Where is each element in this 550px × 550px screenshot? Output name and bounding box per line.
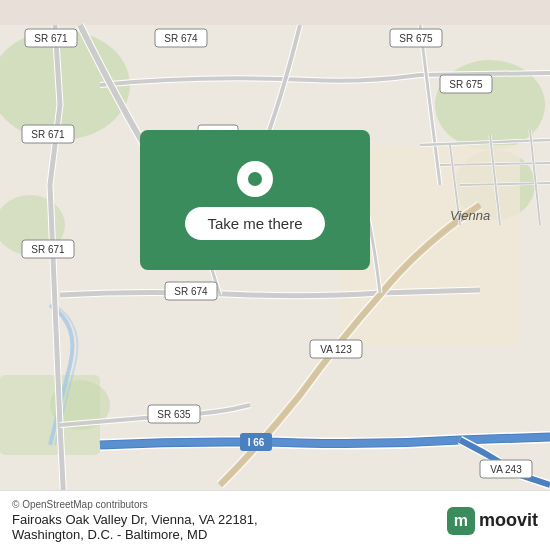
location-pin-icon [237, 161, 273, 197]
osm-credit-text: © OpenStreetMap contributors [12, 499, 148, 510]
svg-text:SR 635: SR 635 [157, 409, 191, 420]
svg-text:VA 123: VA 123 [320, 344, 352, 355]
address-section: © OpenStreetMap contributors Fairoaks Oa… [12, 499, 258, 542]
map-container: SR 671 SR 671 SR 671 SR 674 SR SR 675 SR… [0, 0, 550, 550]
take-me-there-button[interactable]: Take me there [185, 207, 324, 240]
address-line2: Washington, D.C. - Baltimore, MD [12, 527, 258, 542]
map-svg: SR 671 SR 671 SR 671 SR 674 SR SR 675 SR… [0, 0, 550, 550]
svg-text:SR 671: SR 671 [31, 244, 65, 255]
moovit-icon: m [447, 507, 475, 535]
svg-text:Vienna: Vienna [450, 208, 490, 223]
moovit-logo: m moovit [447, 507, 538, 535]
moovit-text: moovit [479, 510, 538, 531]
overlay-panel: Take me there [140, 130, 370, 270]
svg-text:SR 674: SR 674 [174, 286, 208, 297]
svg-text:SR 671: SR 671 [34, 33, 68, 44]
bottom-bar: © OpenStreetMap contributors Fairoaks Oa… [0, 490, 550, 550]
osm-credit: © OpenStreetMap contributors [12, 499, 258, 510]
svg-text:SR 671: SR 671 [31, 129, 65, 140]
svg-text:I 66: I 66 [248, 437, 265, 448]
svg-text:SR 675: SR 675 [449, 79, 483, 90]
svg-text:SR 675: SR 675 [399, 33, 433, 44]
svg-text:VA 243: VA 243 [490, 464, 522, 475]
svg-text:SR 674: SR 674 [164, 33, 198, 44]
address-line1: Fairoaks Oak Valley Dr, Vienna, VA 22181… [12, 512, 258, 527]
